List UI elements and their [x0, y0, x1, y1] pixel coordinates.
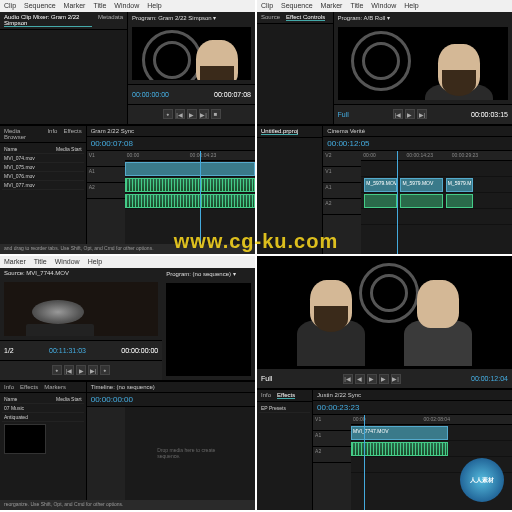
menu-window[interactable]: Window: [55, 258, 80, 266]
menu-clip[interactable]: Clip: [4, 2, 16, 10]
playhead-timecode[interactable]: 00:00:12:05: [327, 139, 369, 148]
menu-marker[interactable]: Marker: [4, 258, 26, 266]
menu-help[interactable]: Help: [147, 2, 161, 10]
tab-media-browser[interactable]: Media Browser: [4, 128, 41, 140]
timecode-out[interactable]: 00:00:07:08: [214, 91, 251, 98]
video-clip[interactable]: [125, 162, 255, 176]
playhead-timecode[interactable]: 00:00:07:08: [91, 139, 133, 148]
tab-info[interactable]: Info: [261, 392, 271, 399]
audio-clip[interactable]: [364, 194, 397, 208]
program-monitor[interactable]: [338, 27, 509, 100]
prev-button[interactable]: |◀: [64, 365, 74, 375]
playhead[interactable]: [397, 151, 398, 254]
step-fwd-button[interactable]: ▶|: [417, 109, 427, 119]
play-button[interactable]: ▶: [405, 109, 415, 119]
track-a1-head[interactable]: A1: [323, 183, 361, 199]
zoom-level[interactable]: Full: [338, 111, 349, 118]
time-ruler[interactable]: 00:00 00:00:04:23: [125, 151, 255, 161]
time-ruler[interactable]: 00:00 00:02:08:04: [351, 415, 512, 425]
clip-thumbnail[interactable]: [4, 424, 46, 454]
prev-button[interactable]: |◀: [343, 374, 353, 384]
menu-title[interactable]: Title: [34, 258, 47, 266]
menu-window[interactable]: Window: [371, 2, 396, 10]
table-row[interactable]: 07 Music: [2, 404, 84, 413]
step-fwd-button[interactable]: ▶|: [199, 109, 209, 119]
zoom-level[interactable]: 1/2: [4, 347, 14, 354]
table-row[interactable]: MVI_076.mov: [2, 172, 84, 181]
timecode-dur[interactable]: 00:00:00:00: [121, 347, 158, 354]
tab-info[interactable]: Info: [47, 128, 57, 140]
track-v1-head[interactable]: V1: [87, 151, 125, 167]
source-monitor[interactable]: [4, 282, 158, 336]
audio-clip[interactable]: [125, 194, 255, 208]
mark-out-button[interactable]: ⬥: [100, 365, 110, 375]
menu-sequence[interactable]: Sequence: [24, 2, 56, 10]
tab-metadata[interactable]: Metadata: [98, 14, 123, 27]
tab-project[interactable]: Untitled.prproj: [261, 128, 298, 135]
program-monitor[interactable]: [257, 256, 512, 368]
time-ruler[interactable]: 00:00 00:00:14:23 00:00:29:23: [361, 151, 512, 161]
table-row[interactable]: MVI_077.mov: [2, 181, 84, 190]
menu-marker[interactable]: Marker: [321, 2, 343, 10]
step-back-button[interactable]: |◀: [175, 109, 185, 119]
sequence-name[interactable]: Cinema Verité: [327, 128, 365, 134]
track-a2-head[interactable]: A2: [87, 183, 125, 199]
next-button[interactable]: ▶|: [391, 374, 401, 384]
audio-clip[interactable]: [446, 194, 473, 208]
menu-help[interactable]: Help: [88, 258, 102, 266]
tab-effects[interactable]: Effects: [277, 392, 295, 399]
tab-markers[interactable]: Markers: [44, 384, 66, 390]
menu-sequence[interactable]: Sequence: [281, 2, 313, 10]
mark-in-button[interactable]: ⬥: [52, 365, 62, 375]
track-a1-head[interactable]: A1: [87, 167, 125, 183]
menu-clip[interactable]: Clip: [261, 2, 273, 10]
program-monitor[interactable]: [132, 27, 251, 80]
playhead-timecode[interactable]: 00:00:23:23: [317, 403, 359, 412]
track-a1-head[interactable]: A1: [313, 431, 351, 447]
tab-effects[interactable]: Effects: [20, 384, 38, 390]
tab-info[interactable]: Info: [4, 384, 14, 390]
timecode-out[interactable]: 00:00:12:04: [471, 375, 508, 382]
video-clip[interactable]: MVI_7747.MOV: [351, 426, 448, 440]
step-fwd-button[interactable]: ▶: [379, 374, 389, 384]
audio-clip[interactable]: [125, 178, 255, 192]
table-row[interactable]: MVI_074.mov: [2, 154, 84, 163]
timecode-in[interactable]: 00:00:00:00: [132, 91, 169, 98]
track-v1-head[interactable]: V1: [313, 415, 351, 431]
table-row[interactable]: EP Presets: [259, 404, 310, 413]
tab-audio-mixer[interactable]: Audio Clip Mixer: Gram 2/22 Simpson: [4, 14, 92, 27]
play-button[interactable]: ▶: [187, 109, 197, 119]
play-button[interactable]: ▶: [76, 365, 86, 375]
mark-in-button[interactable]: ⬥: [163, 109, 173, 119]
menu-marker[interactable]: Marker: [64, 2, 86, 10]
sequence-name[interactable]: Justin 2/22 Sync: [317, 392, 361, 398]
track-v1-head[interactable]: V1: [323, 167, 361, 183]
video-clip[interactable]: M_5979.MOV: [400, 178, 442, 192]
table-row[interactable]: Antiquated: [2, 413, 84, 422]
track-a2-head[interactable]: A2: [323, 199, 361, 215]
menu-help[interactable]: Help: [404, 2, 418, 10]
tab-source[interactable]: Source: [261, 14, 280, 21]
stop-button[interactable]: ■: [211, 109, 221, 119]
timecode-current[interactable]: 00:11:31:03: [49, 347, 86, 354]
sequence-name[interactable]: Gram 2/22 Sync: [91, 128, 134, 134]
timecode-out[interactable]: 00:00:03:15: [471, 111, 508, 118]
menu-window[interactable]: Window: [114, 2, 139, 10]
track-v2-head[interactable]: V2: [323, 151, 361, 167]
tab-effect-controls[interactable]: Effect Controls: [286, 14, 325, 21]
audio-clip[interactable]: [400, 194, 442, 208]
track-a2-head[interactable]: A2: [313, 447, 351, 463]
step-back-button[interactable]: ◀: [355, 374, 365, 384]
menu-title[interactable]: Title: [93, 2, 106, 10]
table-row[interactable]: MVI_075.mov: [2, 163, 84, 172]
zoom-level[interactable]: Full: [261, 375, 272, 382]
play-button[interactable]: ▶: [367, 374, 377, 384]
playhead-timecode[interactable]: 00:00:00:00: [91, 395, 133, 404]
playhead[interactable]: [364, 415, 365, 510]
video-clip[interactable]: M_5979.MOV: [364, 178, 397, 192]
menu-title[interactable]: Title: [350, 2, 363, 10]
tab-effects[interactable]: Effects: [63, 128, 81, 140]
step-back-button[interactable]: |◀: [393, 109, 403, 119]
next-button[interactable]: ▶|: [88, 365, 98, 375]
audio-clip[interactable]: [351, 442, 448, 456]
